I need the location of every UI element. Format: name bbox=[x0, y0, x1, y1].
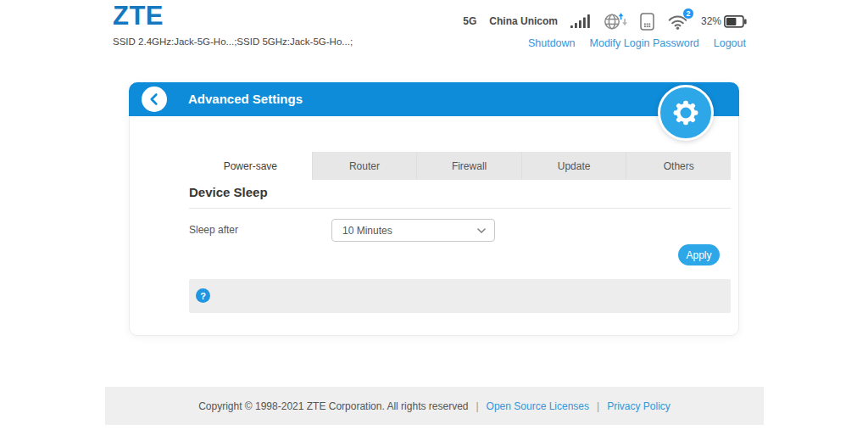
zte-logo: ZTE bbox=[113, 1, 164, 31]
privacy-policy-link[interactable]: Privacy Policy bbox=[607, 400, 670, 412]
internet-globe-icon bbox=[603, 12, 627, 31]
chevron-left-icon bbox=[142, 87, 167, 112]
tab-router[interactable]: Router bbox=[312, 152, 417, 180]
sleep-after-label: Sleep after bbox=[189, 224, 238, 236]
status-bar: 5G China Unicom bbox=[463, 10, 747, 32]
battery-icon bbox=[724, 15, 747, 28]
panel-header: Advanced Settings bbox=[129, 82, 739, 116]
signal-strength-icon bbox=[570, 14, 590, 28]
advanced-settings-panel: Advanced Settings Power-save Router bbox=[129, 82, 739, 336]
carrier-name: China Unicom bbox=[489, 15, 558, 27]
topbar-links: Shutdown Modify Login Password Logout bbox=[528, 37, 746, 49]
sleep-after-selected-value: 10 Minutes bbox=[342, 225, 392, 237]
help-icon[interactable]: ? bbox=[196, 288, 210, 303]
wifi-icon: 2 bbox=[667, 13, 688, 30]
network-type-label: 5G bbox=[463, 15, 476, 27]
tab-firewall[interactable]: Firewall bbox=[416, 152, 521, 180]
help-bar: ? bbox=[189, 279, 731, 313]
sim-card-icon bbox=[640, 13, 654, 31]
sleep-after-select[interactable]: 10 Minutes bbox=[331, 219, 495, 242]
copyright-text: Copyright © 1998-2021 ZTE Corporation. A… bbox=[198, 400, 468, 412]
tab-others[interactable]: Others bbox=[626, 152, 731, 180]
shutdown-link[interactable]: Shutdown bbox=[528, 37, 576, 49]
section-divider bbox=[189, 208, 731, 209]
footer-separator: | bbox=[476, 400, 478, 412]
tab-power-save[interactable]: Power-save bbox=[189, 152, 312, 180]
settings-gear-icon bbox=[658, 85, 714, 141]
back-button[interactable] bbox=[142, 87, 167, 112]
footer-separator: | bbox=[597, 400, 599, 412]
modify-login-password-link[interactable]: Modify Login Password bbox=[590, 37, 699, 49]
page: ZTE SSID 2.4GHz:Jack-5G-Ho...;SSID 5GHz:… bbox=[0, 0, 868, 447]
logout-link[interactable]: Logout bbox=[714, 37, 746, 49]
wifi-client-count-badge: 2 bbox=[682, 8, 694, 20]
page-title: Advanced Settings bbox=[188, 82, 303, 116]
open-source-licenses-link[interactable]: Open Source Licenses bbox=[487, 400, 589, 412]
tab-bar: Power-save Router Firewall Update Others bbox=[189, 152, 731, 180]
section-title: Device Sleep bbox=[189, 185, 268, 199]
footer: Copyright © 1998-2021 ZTE Corporation. A… bbox=[105, 387, 764, 425]
chevron-down-icon bbox=[477, 228, 486, 233]
apply-button[interactable]: Apply bbox=[678, 244, 720, 265]
ssid-info: SSID 2.4GHz:Jack-5G-Ho...;SSID 5GHz:Jack… bbox=[113, 36, 353, 47]
tab-update[interactable]: Update bbox=[521, 152, 626, 180]
battery-percent-label: 32% bbox=[701, 15, 721, 27]
